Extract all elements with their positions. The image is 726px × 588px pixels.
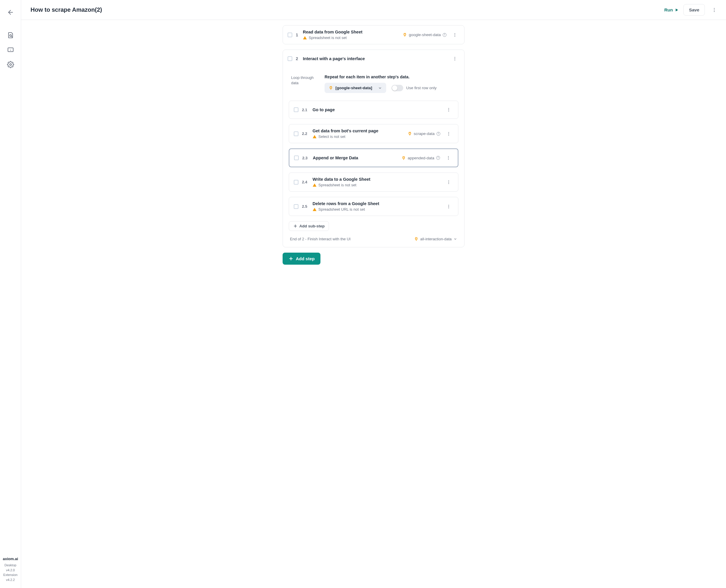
substep-2-2[interactable]: 2.2 Get data from bot's current page Sel… [289, 124, 458, 143]
substep-2-1[interactable]: 2.1 Go to page [289, 101, 458, 119]
step-more-button[interactable] [450, 30, 459, 40]
step-header[interactable]: 2 Interact with a page's interface [283, 50, 464, 67]
substep-checkbox[interactable] [294, 180, 298, 185]
step-checkbox[interactable] [288, 33, 292, 37]
plus-icon [293, 224, 297, 228]
save-button[interactable]: Save [683, 4, 705, 16]
substep-more-button[interactable] [444, 202, 453, 211]
step-number: 2 [296, 56, 299, 61]
svg-point-12 [455, 33, 455, 34]
substep-warning-text: Select is not set [318, 134, 346, 139]
plug-icon [402, 33, 407, 37]
svg-point-18 [449, 108, 449, 109]
svg-point-34 [449, 182, 449, 182]
sidebar-footer: axiom.ai Desktop v4.2.0 Extension v4.2.2 [3, 556, 18, 583]
step-card-1[interactable]: 1 Read data from Google Sheet Spreadshee… [283, 25, 464, 44]
step-more-button[interactable] [450, 54, 459, 63]
play-icon [675, 8, 679, 12]
plus-icon [288, 256, 293, 261]
loop-source-dropdown[interactable]: [google-sheet-data] [325, 83, 386, 93]
substep-2-4[interactable]: 2.4 Write data to a Google Sheet Spreads… [289, 172, 458, 192]
warning-icon [313, 183, 317, 187]
topbar: How to scrape Amazon(2) Run Save [21, 0, 726, 20]
loop-description: Repeat for each item in another step's d… [325, 75, 456, 79]
warning-icon [313, 135, 317, 139]
step-checkbox[interactable] [288, 56, 292, 61]
brand-name: axiom.ai [3, 556, 18, 562]
substep-number: 2.1 [302, 108, 309, 112]
svg-point-19 [449, 109, 449, 110]
svg-point-7 [714, 9, 715, 10]
loop-section: Loop through data Repeat for each item i… [289, 70, 458, 100]
dots-vertical-icon [447, 107, 451, 112]
substep-more-button[interactable] [444, 129, 453, 139]
substep-checkbox[interactable] [294, 131, 298, 136]
step-footer-text: End of 2 - Finish Interact with the UI [290, 237, 351, 241]
footer-tag-dropdown[interactable]: all-interaction-data [414, 237, 457, 241]
back-button[interactable] [4, 6, 17, 19]
substep-2-5[interactable]: 2.5 Delete rows from a Google Sheet Spre… [289, 197, 458, 216]
chevron-down-icon [378, 86, 382, 90]
substep-checkbox[interactable] [294, 107, 298, 112]
substep-warning-text: Spreadsheet URL is not set [318, 207, 365, 212]
extension-version: v4.2.2 [3, 578, 18, 583]
substep-number: 2.4 [302, 180, 309, 184]
substep-tag[interactable]: appended-data [401, 156, 440, 160]
step-tag-label: google-sheet-data [409, 33, 441, 37]
first-row-toggle[interactable] [392, 85, 403, 91]
warning-icon [303, 36, 307, 40]
run-button[interactable]: Run [664, 7, 679, 12]
substep-more-button[interactable] [444, 153, 453, 163]
warning-icon [313, 207, 317, 212]
add-substep-label: Add sub-step [299, 224, 325, 228]
svg-point-6 [714, 8, 715, 9]
svg-point-38 [449, 207, 449, 208]
svg-point-26 [449, 135, 449, 135]
substep-number: 2.3 [302, 156, 309, 160]
header-more-button[interactable] [709, 5, 719, 15]
add-step-button[interactable]: Add step [283, 253, 320, 265]
svg-point-8 [714, 11, 715, 12]
substep-checkbox[interactable] [294, 204, 298, 209]
dots-vertical-icon [447, 131, 451, 136]
substep-number: 2.2 [302, 131, 309, 136]
plug-icon [414, 237, 418, 241]
substep-more-button[interactable] [444, 177, 453, 187]
device-alert-button[interactable] [4, 43, 17, 56]
substep-more-button[interactable] [444, 105, 453, 114]
svg-point-25 [449, 133, 449, 134]
page-title: How to scrape Amazon(2) [30, 6, 102, 13]
substep-title: Get data from bot's current page [313, 128, 404, 133]
step-tag[interactable]: google-sheet-data [402, 33, 447, 37]
chevron-down-icon [453, 237, 457, 241]
search-page-button[interactable] [4, 29, 17, 42]
dots-vertical-icon [446, 155, 451, 160]
substep-title: Delete rows from a Google Sheet [313, 201, 440, 206]
screen-alert-icon [7, 46, 14, 54]
dots-vertical-icon [447, 204, 451, 209]
step-title: Read data from Google Sheet [303, 29, 399, 34]
substep-2-3[interactable]: 2.3 Append or Merge Data appended-data [289, 148, 458, 167]
substep-tag[interactable]: scrape-data [408, 131, 440, 136]
add-substep-button[interactable]: Add sub-step [289, 221, 329, 231]
desktop-version: v4.2.0 [3, 568, 18, 573]
step-card-2: 2 Interact with a page's interface Loop … [283, 49, 464, 247]
page-search-icon [7, 32, 14, 39]
step-title: Interact with a page's interface [303, 56, 447, 61]
svg-point-15 [455, 57, 455, 58]
svg-point-17 [455, 60, 455, 60]
svg-point-30 [448, 156, 449, 157]
svg-point-24 [449, 132, 449, 133]
loop-label: Loop through data [291, 75, 317, 93]
svg-point-32 [448, 159, 449, 159]
settings-button[interactable] [4, 58, 17, 71]
info-icon [436, 132, 440, 136]
toggle-label: Use first row only [406, 86, 437, 90]
substep-title: Append or Merge Data [313, 155, 398, 160]
substep-warning-text: Spreadsheet is not set [318, 183, 356, 187]
svg-point-36 [449, 205, 449, 205]
add-step-label: Add step [296, 256, 315, 261]
substep-checkbox[interactable] [294, 155, 299, 160]
gear-icon [7, 61, 14, 68]
svg-marker-5 [676, 8, 678, 11]
